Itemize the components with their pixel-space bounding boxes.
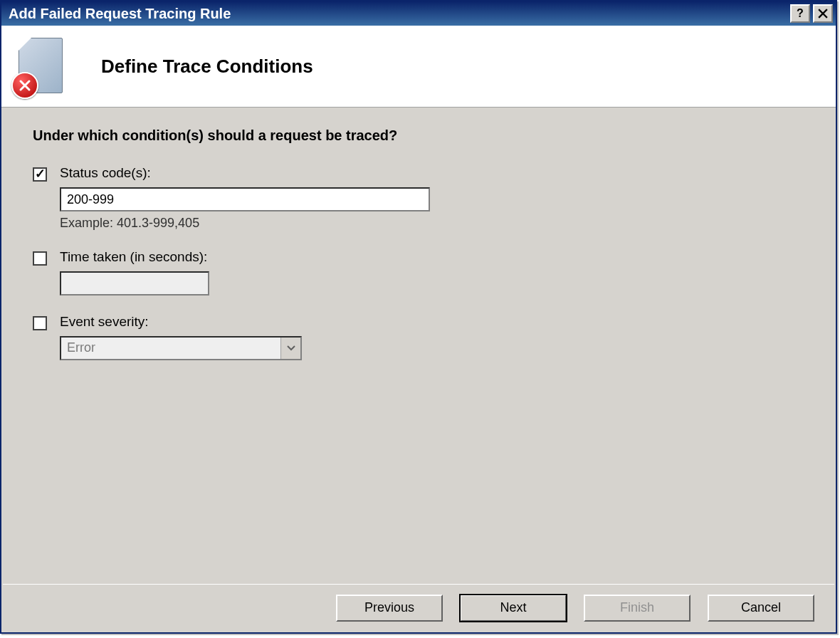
status-codes-example: Example: 401.3-999,405: [60, 216, 807, 231]
next-button[interactable]: Next: [460, 595, 567, 622]
time-taken-input[interactable]: [60, 271, 209, 296]
status-codes-input[interactable]: [60, 187, 430, 211]
event-severity-checkbox[interactable]: [33, 316, 47, 330]
chevron-down-icon: [280, 338, 300, 359]
wizard-header: Define Trace Conditions: [1, 26, 836, 108]
previous-button[interactable]: Previous: [336, 595, 443, 622]
cancel-button[interactable]: Cancel: [708, 595, 814, 622]
event-severity-value: Error: [61, 338, 280, 359]
window-title: Add Failed Request Tracing Rule: [9, 6, 787, 22]
time-taken-label: Time taken (in seconds):: [60, 249, 207, 265]
finish-button[interactable]: Finish: [584, 595, 691, 622]
failed-request-icon: [16, 38, 73, 95]
help-button[interactable]: ?: [790, 4, 810, 23]
event-severity-label: Event severity:: [60, 314, 149, 330]
wizard-window: Add Failed Request Tracing Rule ? Define…: [0, 0, 837, 634]
status-codes-checkbox[interactable]: [33, 167, 47, 182]
close-button[interactable]: [813, 4, 833, 23]
wizard-footer: Previous Next Finish Cancel: [3, 584, 834, 631]
wizard-content: Under which condition(s) should a reques…: [1, 108, 836, 360]
title-bar: Add Failed Request Tracing Rule ?: [1, 1, 836, 26]
question-label: Under which condition(s) should a reques…: [33, 127, 807, 144]
time-taken-checkbox[interactable]: [33, 251, 47, 266]
page-title: Define Trace Conditions: [101, 56, 313, 78]
error-badge-icon: [11, 72, 38, 99]
status-codes-label: Status code(s):: [60, 165, 151, 181]
event-severity-select[interactable]: Error: [60, 336, 302, 360]
